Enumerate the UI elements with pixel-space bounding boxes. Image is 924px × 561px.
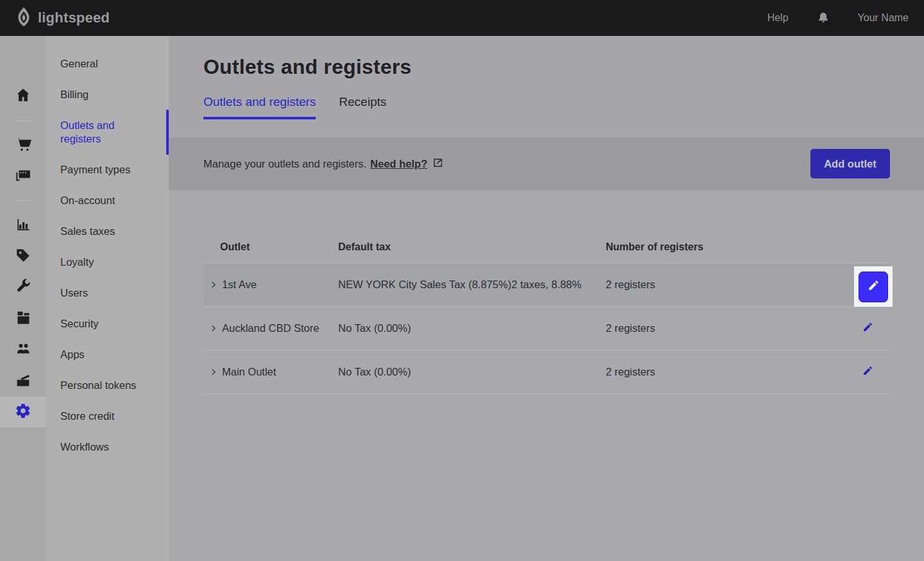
sidebar-item-outlets-and-registers[interactable]: Outlets and registers	[60, 119, 154, 146]
icon-rail	[0, 36, 46, 561]
cart-icon	[15, 136, 32, 156]
chevron-right-icon[interactable]	[209, 324, 218, 333]
sidebar-item-sales-taxes[interactable]: Sales taxes	[60, 225, 154, 238]
tag-icon	[15, 247, 31, 266]
page-title: Outlets and registers	[203, 55, 924, 79]
gear-icon	[15, 402, 31, 422]
tab-bar: Outlets and registers Receipts	[203, 95, 924, 119]
default-tax-value: No Tax (0.00%)	[338, 322, 606, 334]
outlets-table: Outlet Default tax Number of registers 1…	[203, 190, 890, 394]
home-icon	[15, 87, 31, 106]
table-row-1st-ave[interactable]: 1st Ave NEW YORK City Sales Tax (8.875%)…	[203, 263, 890, 307]
table-row-auckland-cbd-store[interactable]: Auckland CBD Store No Tax (0.00%) 2 regi…	[203, 307, 890, 350]
package-icon	[15, 309, 32, 329]
sidebar-item-personal-tokens[interactable]: Personal tokens	[60, 379, 154, 392]
rail-item-customers[interactable]	[0, 336, 46, 362]
tutorial-spotlight	[854, 266, 893, 307]
external-link-icon	[432, 157, 443, 171]
chevron-right-icon[interactable]	[209, 280, 218, 289]
banner-message: Manage your outlets and registers.	[203, 158, 366, 170]
help-link[interactable]: Help	[767, 12, 789, 24]
column-header-default-tax: Default tax	[338, 241, 606, 253]
rail-item-reporting[interactable]	[0, 213, 46, 239]
rail-item-home[interactable]	[0, 83, 46, 109]
outlet-name: Auckland CBD Store	[222, 322, 319, 334]
sidebar-item-payment-types[interactable]: Payment types	[60, 163, 154, 177]
default-tax-value: NEW YORK City Sales Tax (8.875%)2 taxes,…	[338, 279, 606, 291]
need-help-link[interactable]: Need help?	[370, 158, 427, 170]
manage-banner: Manage your outlets and registers. Need …	[169, 137, 924, 190]
outlet-name: Main Outlet	[222, 366, 276, 378]
column-header-outlet: Outlet	[203, 241, 338, 253]
sidebar-item-users[interactable]: Users	[60, 286, 154, 300]
registers-count: 2 registers	[606, 279, 845, 291]
sidebar-item-loyalty[interactable]: Loyalty	[60, 255, 154, 269]
outlet-name: 1st Ave	[222, 279, 257, 291]
chevron-right-icon[interactable]	[209, 367, 218, 377]
edit-outlet-button[interactable]	[859, 272, 888, 302]
sidebar-item-billing[interactable]: Billing	[60, 88, 154, 101]
registers-count: 2 registers	[606, 366, 845, 378]
main-content: Outlets and registers Outlets and regist…	[169, 36, 924, 561]
rail-item-settings[interactable]	[0, 397, 46, 427]
registers-count: 2 registers	[606, 322, 845, 334]
rail-divider	[15, 200, 31, 201]
column-header-number-of-registers: Number of registers	[606, 241, 845, 253]
logo-wordmark: lightspeed	[38, 10, 110, 26]
pencil-icon	[862, 322, 873, 335]
rail-item-sell[interactable]	[0, 133, 46, 159]
sidebar-item-workflows[interactable]: Workflows	[60, 440, 154, 454]
sidebar-item-apps[interactable]: Apps	[60, 348, 154, 361]
users-icon	[15, 340, 32, 359]
bar-chart-icon	[15, 216, 31, 236]
edit-outlet-button[interactable]	[862, 365, 873, 379]
tab-receipts[interactable]: Receipts	[339, 95, 386, 119]
user-menu[interactable]: Your Name	[858, 12, 909, 24]
top-bar: lightspeed Help Your Name	[0, 0, 924, 36]
bell-icon[interactable]	[817, 11, 830, 25]
wrench-icon	[15, 277, 31, 297]
rail-divider	[15, 121, 31, 121]
rail-item-sales-history[interactable]	[0, 164, 46, 189]
pencil-icon	[862, 365, 873, 379]
tab-outlets-and-registers[interactable]: Outlets and registers	[203, 95, 316, 119]
table-row-main-outlet[interactable]: Main Outlet No Tax (0.00%) 2 registers	[203, 350, 890, 394]
storefront-icon	[14, 370, 32, 391]
lightspeed-flame-icon	[15, 7, 32, 29]
register-icon	[14, 167, 32, 186]
settings-sidebar: General Billing Outlets and registers Pa…	[46, 36, 169, 561]
rail-item-stock[interactable]	[0, 306, 46, 331]
sidebar-item-on-account[interactable]: On-account	[60, 194, 154, 207]
sidebar-item-security[interactable]: Security	[60, 317, 154, 331]
rail-item-catalog[interactable]	[0, 244, 46, 270]
lightspeed-logo[interactable]: lightspeed	[15, 7, 110, 29]
table-header: Outlet Default tax Number of registers	[203, 231, 890, 263]
add-outlet-button[interactable]: Add outlet	[810, 149, 890, 178]
rail-item-inventory[interactable]	[0, 274, 46, 300]
default-tax-value: No Tax (0.00%)	[338, 366, 606, 378]
pencil-icon	[868, 279, 880, 294]
active-indicator-bar	[166, 110, 169, 155]
edit-outlet-button[interactable]	[862, 322, 873, 335]
sidebar-item-general[interactable]: General	[60, 57, 154, 71]
rail-item-ecommerce[interactable]	[0, 368, 46, 393]
sidebar-item-store-credit[interactable]: Store credit	[60, 410, 154, 423]
